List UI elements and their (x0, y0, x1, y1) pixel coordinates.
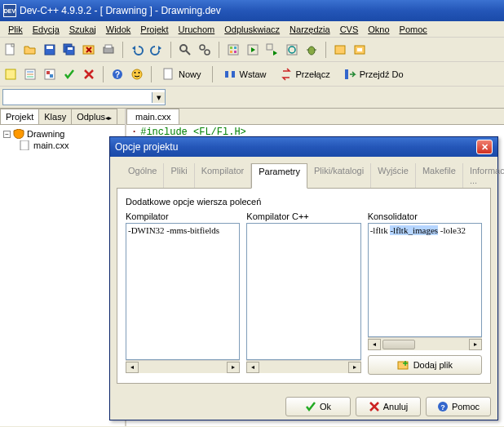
debug-icon[interactable] (303, 41, 321, 59)
tree-collapse-icon[interactable]: − (3, 131, 11, 138)
svg-text:?: ? (440, 403, 445, 411)
toolbar-row-1 (0, 38, 504, 62)
close-icon[interactable]: ✕ (476, 140, 493, 154)
scroll-left-icon[interactable]: ◂ (126, 362, 139, 373)
tab-informacje[interactable]: Informacje ... (463, 163, 504, 188)
menu-plik[interactable]: Plik (3, 23, 28, 36)
svg-text:?: ? (115, 70, 120, 79)
check-err-icon[interactable] (80, 65, 98, 83)
selected-text: -lfltk_images (390, 225, 438, 235)
project-options-dialog: Opcje projektu ✕ Ogólne Pliki Kompilator… (109, 136, 498, 420)
svg-rect-46 (20, 140, 29, 150)
svg-rect-15 (230, 47, 232, 49)
svg-point-40 (135, 72, 136, 73)
svg-rect-9 (105, 45, 112, 48)
kompilator-hscroll[interactable]: ◂▸ (126, 360, 240, 373)
open-folder-icon[interactable] (21, 41, 39, 59)
nowy-button[interactable]: Nowy (157, 65, 207, 83)
svg-rect-45 (345, 69, 348, 79)
scroll-thumb[interactable] (382, 340, 415, 349)
class-combo[interactable]: ▾ (2, 89, 166, 105)
tab-makefile[interactable]: Makefile (416, 163, 463, 188)
menu-narzedzia[interactable]: Narzędzia (285, 23, 335, 36)
run-icon[interactable] (244, 41, 262, 59)
menu-cvs[interactable]: CVS (335, 23, 364, 36)
undo-icon[interactable] (128, 41, 146, 59)
przelacz-button[interactable]: Przełącz (274, 65, 336, 83)
konsolidator-input[interactable]: -lfltk -lfltk_images -lole32 (368, 223, 482, 337)
przejdz-button[interactable]: Przejdź Do (338, 65, 409, 83)
menu-projekt[interactable]: Projekt (135, 23, 173, 36)
svg-line-11 (186, 51, 190, 55)
svg-point-23 (308, 47, 315, 55)
status-icon-3[interactable] (41, 65, 59, 83)
dialog-tabs: Ogólne Pliki Kompilator Parametry Pliki/… (117, 163, 491, 189)
svg-rect-29 (6, 69, 15, 79)
svg-rect-44 (232, 71, 235, 78)
tab-pliki-katalogi[interactable]: Pliki/katalogi (307, 163, 371, 188)
scroll-left-icon[interactable]: ◂ (246, 362, 259, 373)
svg-rect-26 (335, 46, 345, 54)
wstaw-button[interactable]: Wstaw (218, 65, 272, 83)
scroll-left-icon[interactable]: ◂ (368, 339, 381, 350)
scroll-right-icon[interactable]: ▸ (227, 362, 240, 373)
save-all-icon[interactable] (60, 41, 78, 59)
help-icon[interactable]: ? (108, 65, 126, 83)
anuluj-button[interactable]: Anuluj (356, 397, 421, 416)
kompilator-cpp-hscroll[interactable]: ◂▸ (246, 360, 360, 373)
close-file-icon[interactable] (80, 41, 98, 59)
menu-uruchom[interactable]: Uruchom (174, 23, 220, 36)
kompilator-cpp-input[interactable] (246, 223, 360, 360)
tab-pliki[interactable]: Pliki (164, 163, 194, 188)
pomoc-button[interactable]: ? Pomoc (426, 397, 491, 416)
new-file-icon[interactable] (2, 41, 20, 59)
menu-okno[interactable]: Okno (363, 23, 394, 36)
scroll-right-icon[interactable]: ▸ (469, 339, 482, 350)
svg-point-22 (289, 47, 295, 53)
shield-icon (13, 129, 24, 139)
tab-parametry[interactable]: Parametry (251, 163, 307, 189)
svg-rect-1 (11, 44, 14, 47)
ok-button[interactable]: Ok (285, 397, 351, 416)
menu-pomoc[interactable]: Pomoc (395, 23, 432, 36)
tab-wyjscie[interactable]: Wyjście (371, 163, 416, 188)
editor-tab-main[interactable]: main.cxx (126, 109, 179, 124)
status-icon-2[interactable] (21, 65, 39, 83)
tab-odplus[interactable]: Odplus◂▸ (71, 109, 117, 124)
tree-root[interactable]: − Drawning (3, 128, 122, 140)
tree-root-label: Drawning (27, 129, 64, 139)
check-ok-icon[interactable] (60, 65, 78, 83)
dialog-titlebar[interactable]: Opcje projektu ✕ (110, 137, 497, 157)
rebuild-icon[interactable] (283, 41, 301, 59)
find-icon[interactable] (176, 41, 194, 59)
dodaj-plik-button[interactable]: Dodaj plik (368, 355, 482, 375)
tab-projekt[interactable]: Projekt (0, 109, 39, 124)
menu-szukaj[interactable]: Szukaj (64, 23, 101, 36)
replace-icon[interactable] (196, 41, 214, 59)
konsolidator-hscroll[interactable]: ◂▸ (368, 337, 482, 350)
new-project-icon[interactable] (331, 41, 349, 59)
class-browser-bar: ▾ (0, 87, 504, 109)
kompilator-input[interactable]: -DWIN32 -mms-bitfields (126, 223, 240, 360)
redo-icon[interactable] (148, 41, 166, 59)
menu-widok[interactable]: Widok (101, 23, 136, 36)
svg-rect-18 (234, 51, 237, 53)
save-icon[interactable] (41, 41, 59, 59)
menu-edycja[interactable]: Edycja (28, 23, 64, 36)
print-icon[interactable] (99, 41, 117, 59)
file-icon (20, 140, 31, 150)
scroll-right-icon[interactable]: ▸ (348, 362, 361, 373)
help-dlg-icon: ? (437, 401, 449, 412)
dialog-title: Opcje projektu (115, 141, 178, 153)
tab-kompilator[interactable]: Kompilator (195, 163, 252, 188)
about-icon[interactable] (128, 65, 146, 83)
menu-odpluskwiacz[interactable]: Odpluskwiacz (219, 23, 285, 36)
project-options-icon[interactable] (351, 41, 369, 59)
tab-klasy[interactable]: Klasy (38, 109, 72, 124)
tree-file[interactable]: main.cxx (20, 140, 122, 151)
svg-rect-35 (46, 71, 50, 74)
compile-icon[interactable] (224, 41, 242, 59)
status-icon-1[interactable] (2, 65, 20, 83)
compile-run-icon[interactable] (263, 41, 281, 59)
tab-ogolne[interactable]: Ogólne (122, 163, 164, 188)
